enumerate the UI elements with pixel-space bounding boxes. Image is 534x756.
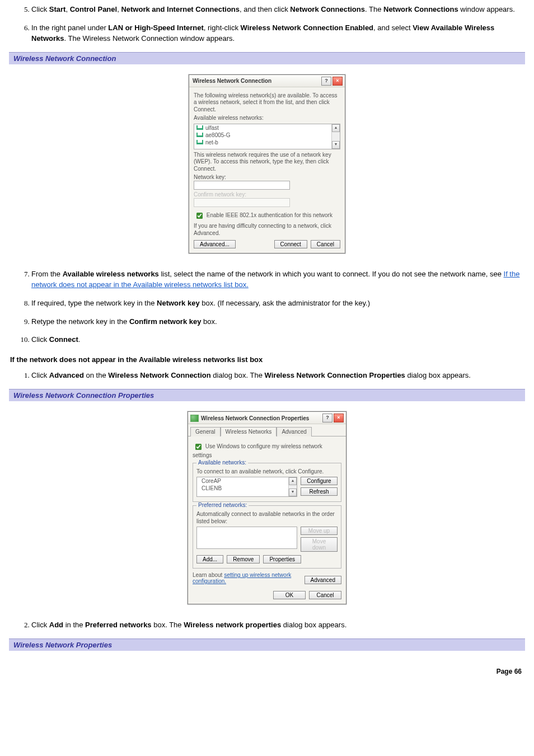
advanced-button[interactable]: Advanced [305, 576, 341, 584]
term: LAN or High-Speed Internet [108, 24, 203, 32]
term: Network and Internet Connections [121, 5, 240, 13]
step-8: If required, type the network key in the… [31, 298, 525, 309]
term: Connect [49, 335, 78, 344]
close-button[interactable]: × [334, 414, 344, 422]
use-windows-checkbox[interactable] [195, 444, 202, 450]
step-7: From the Available wireless networks lis… [31, 269, 525, 290]
network-item[interactable]: ae8005-G [194, 132, 340, 139]
dialog-title: Wireless Network Connection Properties [201, 415, 309, 421]
properties-button[interactable]: Properties [263, 555, 301, 564]
add-button[interactable]: Add... [196, 555, 223, 564]
preferred-legend: Preferred networks: [196, 502, 249, 508]
advanced-button[interactable]: Advanced... [194, 240, 236, 248]
available-hint: To connect to an available network, clic… [196, 468, 338, 476]
term: Network key [157, 299, 200, 307]
term: Advanced [49, 371, 84, 379]
available-label: Available wireless networks: [194, 115, 340, 122]
signal-icon [196, 125, 203, 130]
help-button[interactable]: ? [321, 77, 331, 86]
term: Wireless Network Connection Properties [265, 371, 405, 379]
wireless-properties-dialog: Wireless Network Connection Properties ?… [188, 411, 346, 604]
step-5: Click Start, Control Panel, Network and … [31, 4, 525, 15]
available-networks-list[interactable]: ulfast ae8005-G net-b ▴ ▾ [194, 124, 340, 149]
tab-general[interactable]: General [190, 427, 221, 436]
section-header-3: Wireless Network Properties [9, 638, 525, 651]
preferred-networks-list[interactable] [196, 527, 297, 549]
term: Network Connections [383, 5, 458, 13]
term: Wireless network properties [184, 621, 281, 629]
signal-icon [196, 133, 203, 137]
step-9: Retype the network key in the Confirm ne… [31, 317, 525, 327]
move-up-button[interactable]: Move up [301, 527, 338, 535]
ok-button[interactable]: OK [273, 591, 306, 599]
use-windows-label: Use Windows to configure my wireless net… [193, 443, 322, 458]
term: Preferred networks [85, 621, 152, 629]
scrollbar[interactable]: ▴ ▾ [288, 477, 297, 496]
term: Confirm network key [129, 317, 202, 326]
wireless-connection-dialog: Wireless Network Connection ? × The foll… [189, 74, 345, 254]
sub-step-1: Click Advanced on the Wireless Network C… [31, 370, 525, 381]
instruction-list-d: Click Add in the Preferred networks box.… [9, 620, 525, 631]
cancel-button[interactable]: Cancel [311, 240, 340, 248]
scroll-down-icon[interactable]: ▾ [332, 141, 340, 149]
use-windows-row: Use Windows to configure my wireless net… [193, 442, 341, 459]
instruction-list-c: Click Advanced on the Wireless Network C… [9, 370, 525, 381]
network-item[interactable]: CoreAP [197, 477, 297, 485]
section-header-1: Wireless Network Connection [9, 52, 525, 64]
available-legend: Available networks: [196, 459, 248, 466]
wep-note: This wireless network requires the use o… [194, 152, 340, 173]
tab-strip: General Wireless Networks Advanced [188, 424, 346, 436]
scroll-up-icon[interactable]: ▴ [289, 477, 297, 485]
text: Click [31, 5, 49, 13]
page-number: Page 66 [9, 668, 525, 675]
term: Control Panel [70, 5, 118, 13]
cancel-button[interactable]: Cancel [309, 591, 341, 599]
connection-icon [190, 415, 199, 422]
preferred-networks-fieldset: Preferred networks: Automatically connec… [193, 505, 341, 569]
preferred-hint: Automatically connect to available netwo… [196, 511, 338, 525]
term: Network Connections [290, 5, 365, 13]
term: Wireless Network Connection Enabled [241, 24, 374, 32]
learn-text: Learn about setting up wireless network … [193, 572, 305, 584]
signal-icon [196, 140, 203, 144]
dialog-titlebar: Wireless Network Connection ? × [189, 75, 345, 87]
confirm-key-input[interactable] [194, 198, 290, 207]
term: Available wireless networks [63, 270, 159, 278]
available-networks-list[interactable]: CoreAP CLIENB ▴ ▾ [196, 477, 297, 497]
step-6: In the right panel under LAN or High-Spe… [31, 23, 525, 44]
scroll-up-icon[interactable]: ▴ [332, 124, 340, 132]
refresh-button[interactable]: Refresh [301, 487, 338, 496]
sub-step-2: Click Add in the Preferred networks box.… [31, 620, 525, 631]
scroll-down-icon[interactable]: ▾ [289, 489, 297, 496]
connect-button[interactable]: Connect [274, 240, 307, 248]
network-item[interactable]: CLIENB [197, 485, 297, 492]
dialog-titlebar: Wireless Network Connection Properties ?… [188, 412, 346, 424]
subsection-heading: If the network does not appear in the Av… [10, 355, 525, 364]
ieee-label: Enable IEEE 802.1x authentication for th… [207, 212, 332, 218]
network-item[interactable]: ulfast [194, 124, 340, 132]
dialog-intro: The following wireless network(s) are av… [194, 92, 340, 114]
scrollbar[interactable]: ▴ ▾ [331, 124, 340, 149]
available-networks-fieldset: Available networks: To connect to an ava… [193, 463, 341, 503]
network-key-input[interactable] [194, 181, 290, 190]
step-10: Click Connect. [31, 335, 525, 345]
instruction-list-a: Click Start, Control Panel, Network and … [9, 4, 525, 44]
term: Add [49, 621, 63, 629]
close-button[interactable]: × [332, 77, 343, 86]
tab-wireless-networks[interactable]: Wireless Networks [221, 427, 277, 436]
ieee-checkbox[interactable] [196, 213, 203, 219]
move-down-button[interactable]: Move down [301, 537, 338, 552]
network-item[interactable]: net-b [194, 139, 340, 146]
help-button[interactable]: ? [322, 414, 332, 422]
network-key-label: Network key: [194, 174, 340, 180]
instruction-list-b: From the Available wireless networks lis… [9, 269, 525, 345]
term: Start [49, 5, 66, 13]
confirm-key-label: Confirm network key: [194, 191, 340, 198]
term: Wireless Network Connection [108, 371, 210, 379]
difficulty-note: If you are having difficulty connecting … [194, 223, 340, 237]
tab-advanced[interactable]: Advanced [277, 427, 311, 436]
remove-button[interactable]: Remove [227, 555, 260, 564]
ieee-row: Enable IEEE 802.1x authentication for th… [194, 210, 340, 221]
configure-button[interactable]: Configure [301, 477, 338, 485]
section-header-2: Wireless Network Connection Properties [9, 389, 525, 401]
